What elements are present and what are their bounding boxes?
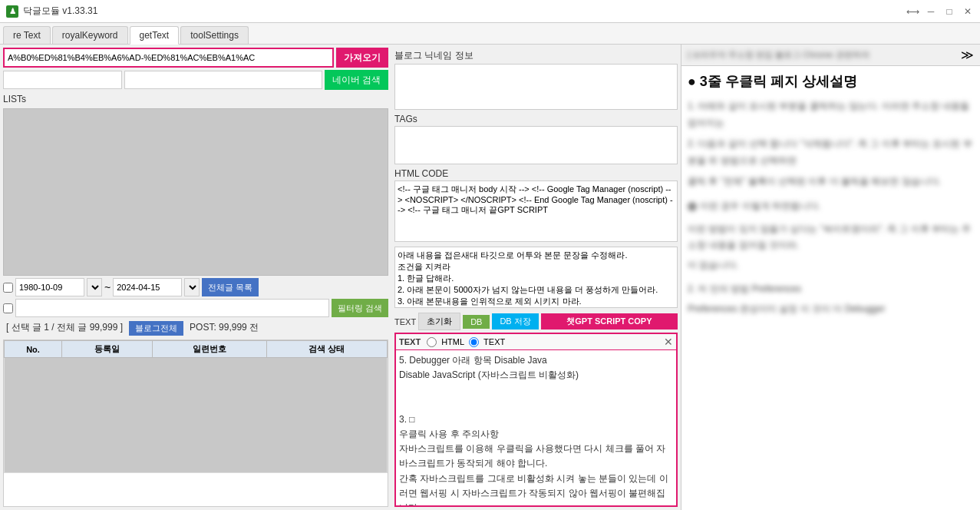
close-btn[interactable]: ✕ bbox=[962, 5, 974, 18]
radio-html-label: HTML bbox=[441, 337, 464, 346]
date-end-input[interactable] bbox=[113, 278, 182, 296]
status-bar: [ 선택 글 1 / 전체 글 99,999 ] 블로그전체 POST: 99,… bbox=[3, 320, 388, 337]
tab-gettext[interactable]: getText bbox=[130, 26, 180, 45]
text-section-label: TEXT bbox=[399, 337, 421, 346]
col-date: 등록일 bbox=[62, 341, 153, 358]
tab-bar: re Text royalKeyword getText toolSetting… bbox=[0, 23, 980, 45]
app-icon: ♟ bbox=[6, 5, 18, 18]
col-serial: 일련번호 bbox=[152, 341, 266, 358]
filter-search-button[interactable]: 필터링 검색 bbox=[332, 299, 388, 317]
search-row: 네이버 검색 bbox=[3, 70, 388, 90]
article-body: 1. 아래와 같이 표시된 부분을 클릭하는 않는다. 이러면 주소창 내용들 … bbox=[688, 98, 974, 318]
date-separator: ~ bbox=[104, 281, 111, 293]
radio-text[interactable] bbox=[469, 337, 479, 347]
col-no: No. bbox=[5, 341, 62, 358]
far-right-content: ● 3줄 우클릭 페지 상세설명 1. 아래와 같이 표시된 부분을 클릭하는 … bbox=[681, 66, 980, 510]
date-start-input[interactable] bbox=[15, 278, 84, 296]
title-bar: ♟ 닥글모듈 v1.33.31 ⟷ ─ □ ✕ bbox=[0, 0, 980, 23]
far-right-header-text: [ 브라우저 주소창 편집 블로그 Chrome 관련하여 bbox=[688, 49, 869, 61]
filter-input[interactable] bbox=[15, 299, 329, 317]
table-container: No. 등록일 일련번호 검색 상태 bbox=[3, 339, 388, 507]
date-start-dropdown[interactable]: ▼ bbox=[87, 278, 102, 296]
posts-table: No. 등록일 일련번호 검색 상태 bbox=[4, 340, 388, 473]
app-title: 닥글모듈 v1.33.31 bbox=[23, 5, 97, 18]
text-section: TEXT HTML TEXT ✕ 5. Debugger 아래 항목 Disab… bbox=[394, 333, 678, 507]
all-posts-button[interactable]: 전체글 목록 bbox=[202, 278, 259, 296]
article-title: ● 3줄 우클릭 페지 상세설명 bbox=[688, 72, 974, 91]
filter-row: 필터링 검색 bbox=[3, 299, 388, 317]
tab-retext[interactable]: re Text bbox=[3, 26, 51, 44]
action-btn-row: TEXT 초기화 DB DB 저장 챗GPT SCRIPT COPY bbox=[394, 313, 678, 330]
nickname-section: 블로그 닉네임 정보 bbox=[394, 48, 678, 110]
table-row bbox=[5, 358, 388, 473]
html-code-section: HTML CODE <!-- 구글 태그 매니저 body 시작 --> <!-… bbox=[394, 167, 678, 244]
lists-label: LISTs bbox=[3, 92, 388, 106]
post-count: POST: 99,999 전 bbox=[190, 321, 259, 336]
far-right-panel: [ 브라우저 주소창 편집 블로그 Chrome 관련하여 ≫ ● 3줄 우클릭… bbox=[681, 45, 980, 510]
text-label: TEXT bbox=[394, 316, 416, 328]
chatgpt-section: 아래 내용을 접은새대 타깃으로 어투와 본문 문장을 수정해라. 조건을 지켜… bbox=[394, 247, 678, 310]
db-save-button[interactable]: DB 저장 bbox=[492, 313, 538, 330]
db-button[interactable]: DB bbox=[463, 315, 490, 329]
title-bar-left: ♟ 닥글모듈 v1.33.31 bbox=[6, 5, 97, 18]
radio-group: HTML TEXT bbox=[427, 337, 505, 347]
status-text: [ 선택 글 1 / 전체 글 99,999 ] bbox=[6, 321, 123, 336]
search-input-2[interactable] bbox=[124, 71, 322, 89]
date-checkbox-1[interactable] bbox=[3, 283, 13, 293]
minimize-btn[interactable]: ─ bbox=[925, 5, 937, 18]
search-input-1[interactable] bbox=[3, 71, 122, 89]
nickname-title: 블로그 닉네임 정보 bbox=[394, 48, 678, 64]
col-status: 검색 상태 bbox=[266, 341, 387, 358]
naver-search-button[interactable]: 네이버 검색 bbox=[325, 70, 388, 90]
filter-checkbox[interactable] bbox=[3, 303, 13, 313]
html-code-title: HTML CODE bbox=[394, 167, 678, 180]
main-content: 가져오기 네이버 검색 LISTs ▼ ~ ▼ 전체글 목록 bbox=[0, 45, 980, 510]
tab-royalkeyword[interactable]: royalKeyword bbox=[52, 26, 128, 44]
url-row: 가져오기 bbox=[3, 48, 388, 68]
radio-text-label: TEXT bbox=[483, 337, 505, 346]
left-panel: 가져오기 네이버 검색 LISTs ▼ ~ ▼ 전체글 목록 bbox=[0, 45, 391, 510]
resize-btn[interactable]: ⟷ bbox=[906, 5, 919, 18]
maximize-btn[interactable]: □ bbox=[943, 5, 955, 18]
tab-toolsettings[interactable]: toolSettings bbox=[180, 26, 249, 44]
tags-section: TAGs bbox=[394, 112, 678, 164]
chatgpt-copy-button[interactable]: 챗GPT SCRIPT COPY bbox=[541, 313, 678, 330]
right-panel: 블로그 닉네임 정보 TAGs HTML CODE <!-- 구글 태그 매니저… bbox=[391, 45, 681, 510]
html-code-textarea[interactable]: <!-- 구글 태그 매니저 body 시작 --> <!-- Google T… bbox=[394, 180, 678, 242]
tags-box bbox=[394, 126, 678, 164]
init-button[interactable]: 초기화 bbox=[418, 313, 460, 330]
text-section-header: TEXT HTML TEXT ✕ bbox=[396, 334, 676, 350]
date-end-dropdown[interactable]: ▼ bbox=[184, 278, 200, 296]
far-right-header: [ 브라우저 주소창 편집 블로그 Chrome 관련하여 ≫ bbox=[681, 45, 980, 66]
title-bar-controls: ⟷ ─ □ ✕ bbox=[906, 5, 974, 18]
chatgpt-textarea[interactable]: 아래 내용을 접은새대 타깃으로 어투와 본문 문장을 수정해라. 조건을 지켜… bbox=[394, 247, 678, 308]
radio-html[interactable] bbox=[427, 337, 437, 347]
expand-icon[interactable]: ≫ bbox=[961, 48, 974, 62]
blog-all-button[interactable]: 블로그전체 bbox=[129, 321, 183, 336]
fetch-button[interactable]: 가져오기 bbox=[336, 48, 388, 68]
tags-title: TAGs bbox=[394, 112, 678, 126]
url-input[interactable] bbox=[3, 48, 334, 68]
text-content: 5. Debugger 아래 항목 Disable Java Disable J… bbox=[396, 350, 676, 505]
close-icon[interactable]: ✕ bbox=[664, 336, 673, 348]
nickname-box bbox=[394, 64, 678, 110]
date-row: ▼ ~ ▼ 전체글 목록 bbox=[3, 278, 388, 296]
